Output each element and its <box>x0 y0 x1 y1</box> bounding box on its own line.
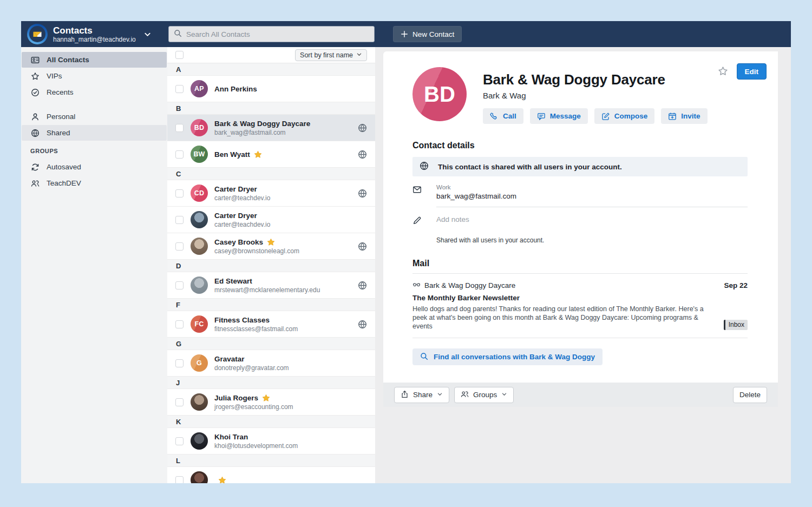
sidebar-item-shared[interactable]: Shared <box>22 125 167 141</box>
contact-name: Bark & Wag Doggy Daycare <box>214 120 310 128</box>
contact-email: jrogers@esaccounting.com <box>214 403 293 411</box>
contact-avatar: BD <box>412 67 467 121</box>
sidebar-item-personal[interactable]: Personal <box>22 109 167 124</box>
row-checkbox[interactable] <box>175 189 184 197</box>
contact-list-row[interactable] <box>167 467 375 483</box>
sidebar-item-all-contacts[interactable]: All Contacts <box>22 52 167 68</box>
account-switcher[interactable]: Contacts hannah_martin@teachdev.io <box>21 24 167 44</box>
shared-with-note: Shared with all users in your account. <box>436 236 748 244</box>
recents-icon <box>31 88 40 97</box>
refresh-icon <box>31 163 40 172</box>
avatar-photo <box>191 432 208 450</box>
detail-pane: Edit BD Bark & Wag Doggy Daycare Bark & … <box>375 47 791 483</box>
letter-section-header: B <box>167 102 375 115</box>
letter-section-header: A <box>167 63 375 76</box>
contact-list-row[interactable]: CDCarter Dryercarter@teachdev.io <box>167 180 375 207</box>
contact-name: Carter Dryer <box>214 185 257 193</box>
list-header: Sort by first name <box>167 47 375 63</box>
shared-globe-icon <box>358 320 367 329</box>
contact-list-row[interactable]: Carter Dryercarter@teachdev.io <box>167 207 375 233</box>
person-icon <box>31 113 40 121</box>
email-type-label: Work <box>436 184 748 190</box>
delete-button[interactable]: Delete <box>733 387 767 403</box>
mail-subject: The Monthly Barker Newsletter <box>412 294 748 302</box>
shared-globe-icon <box>358 242 367 251</box>
contact-email: casey@brownstoneleagl.com <box>214 247 299 255</box>
detail-footer-bar: Share Groups Delete <box>383 383 778 407</box>
call-button[interactable]: Call <box>483 108 523 124</box>
sidebar-item-label: TeachDEV <box>47 179 81 187</box>
row-checkbox[interactable] <box>175 85 184 93</box>
row-checkbox[interactable] <box>175 216 184 224</box>
mail-item[interactable]: Bark & Wag Doggy Daycare Sep 22 The Mont… <box>412 274 748 338</box>
chevron-down-icon[interactable] <box>143 30 152 38</box>
contact-name: Bark & Wag Doggy Daycare <box>483 71 708 88</box>
avatar-initials: BW <box>191 146 208 163</box>
row-checkbox[interactable] <box>175 437 184 445</box>
contact-name: Ed Stewart <box>214 277 252 285</box>
contact-list-row[interactable]: Khoi Trankhoi@lotusdevelopment.com <box>167 428 375 455</box>
people-icon <box>461 390 469 400</box>
sidebar: All ContactsVIPsRecentsPersonalSharedGRO… <box>21 47 167 483</box>
vip-star-icon <box>254 150 262 159</box>
contact-list-row[interactable]: BDBark & Wag Doggy Daycarebark_wag@fastm… <box>167 115 375 141</box>
letter-section-header: J <box>167 377 375 389</box>
share-icon <box>401 390 409 400</box>
contact-list-row[interactable]: Casey Brookscasey@brownstoneleagl.com <box>167 233 375 260</box>
mail-snippet: Hello dogs and dog parents! Thanks for r… <box>412 305 704 330</box>
sidebar-item-vips[interactable]: VIPs <box>22 68 167 84</box>
sidebar-item-teachdev[interactable]: TeachDEV <box>22 175 167 191</box>
search-input[interactable] <box>186 30 369 38</box>
contact-email: carter@teachdev.io <box>214 194 270 202</box>
sidebar-item-label: All Contacts <box>47 56 89 64</box>
shared-globe-icon <box>358 150 367 159</box>
email-value[interactable]: bark_wag@fastmail.com <box>436 192 748 207</box>
new-contact-button[interactable]: New Contact <box>393 26 462 42</box>
action-label: Call <box>503 112 516 120</box>
contact-list-row[interactable]: BWBen Wyatt <box>167 141 375 168</box>
sidebar-item-recents[interactable]: Recents <box>22 84 167 100</box>
chevron-down-icon <box>501 391 507 399</box>
row-checkbox[interactable] <box>175 398 184 406</box>
contact-list-row[interactable]: GGravatardonotreply@gravatar.com <box>167 350 375 377</box>
contact-list-row[interactable]: Ed Stewartmrstewart@mcklarenelementary.e… <box>167 272 375 299</box>
row-checkbox[interactable] <box>175 150 184 159</box>
add-notes-placeholder[interactable]: Add notes <box>436 215 748 227</box>
find-conversations-button[interactable]: Find all conversations with Bark & Wag D… <box>412 348 603 365</box>
sidebar-item-autosaved[interactable]: Autosaved <box>22 159 167 175</box>
select-all-checkbox[interactable] <box>175 51 184 59</box>
edit-button[interactable]: Edit <box>737 63 767 80</box>
mail-sender: Bark & Wag Doggy Daycare <box>424 281 515 289</box>
notes-field-row[interactable]: Add notes <box>412 215 748 227</box>
invite-button[interactable]: Invite <box>661 108 707 124</box>
favorite-star-icon[interactable] <box>718 66 728 78</box>
compose-button[interactable]: Compose <box>594 108 655 124</box>
row-checkbox[interactable] <box>175 281 184 289</box>
avatar-photo <box>191 238 208 255</box>
sort-button[interactable]: Sort by first name <box>295 49 367 61</box>
row-checkbox[interactable] <box>175 124 184 132</box>
contact-list-row[interactable]: Julia Rogersjrogers@esaccounting.com <box>167 389 375 416</box>
row-checkbox[interactable] <box>175 359 184 367</box>
contact-name: Carter Dryer <box>214 212 257 220</box>
top-bar: Contacts hannah_martin@teachdev.io New C… <box>21 21 791 47</box>
invite-icon <box>668 112 677 121</box>
search-icon <box>420 352 428 362</box>
search-bar[interactable] <box>168 26 375 42</box>
row-checkbox[interactable] <box>175 242 184 251</box>
row-checkbox[interactable] <box>175 320 184 328</box>
sidebar-item-label: Autosaved <box>47 163 81 171</box>
contact-list-row[interactable]: FCFitness Classesfitnessclasses@fastmail… <box>167 311 375 338</box>
fastmail-logo-icon <box>27 24 48 44</box>
groups-button[interactable]: Groups <box>454 387 514 403</box>
contacts-app-window: Contacts hannah_martin@teachdev.io New C… <box>21 21 791 483</box>
vip-star-icon <box>267 238 275 246</box>
contact-list-row[interactable]: APAnn Perkins <box>167 76 375 102</box>
share-button[interactable]: Share <box>394 387 449 403</box>
desktop-background: Contacts hannah_martin@teachdev.io New C… <box>0 0 812 507</box>
row-checkbox[interactable] <box>175 476 184 484</box>
email-field-row[interactable]: Work bark_wag@fastmail.com <box>412 184 748 207</box>
mail-date: Sep 22 <box>724 281 748 289</box>
avatar-photo <box>191 276 208 294</box>
message-button[interactable]: Message <box>530 108 588 124</box>
